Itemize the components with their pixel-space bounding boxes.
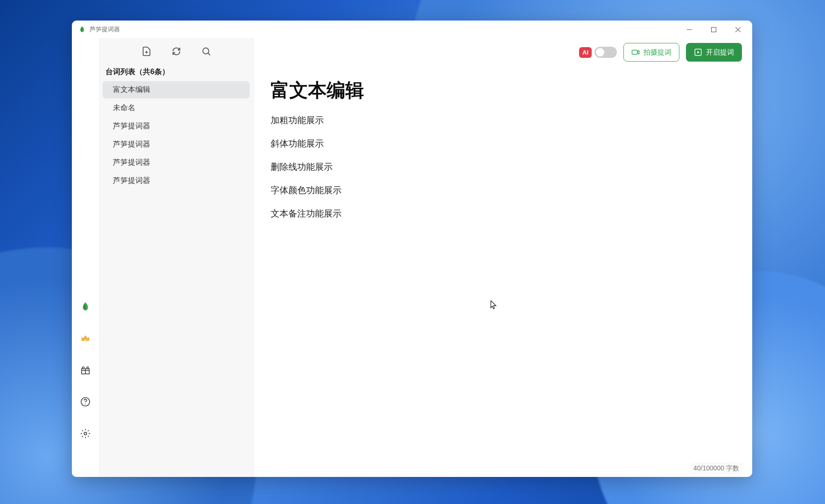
- nav-premium[interactable]: [78, 331, 92, 345]
- ai-badge: AI: [579, 47, 592, 58]
- svg-rect-1: [711, 27, 716, 32]
- editor-content[interactable]: 富文本编辑 加粗功能展示斜体功能展示删除线功能展示字体颜色功能展示文本备注功能展…: [254, 66, 752, 477]
- nav-iconbar: [72, 38, 99, 477]
- record-button-label: 拍摄提词: [643, 48, 671, 57]
- maximize-button[interactable]: [702, 21, 725, 38]
- svg-rect-14: [632, 50, 637, 55]
- nav-settings[interactable]: [78, 427, 92, 441]
- titlebar: 芦笋提词器: [72, 21, 752, 38]
- topbar: AI 拍摄提词 开启提词: [254, 38, 752, 66]
- window-title: 芦笋提词器: [90, 25, 120, 34]
- nav-home[interactable]: [78, 300, 92, 314]
- list-item[interactable]: 富文本编辑: [103, 81, 250, 98]
- svg-point-12: [203, 48, 209, 54]
- svg-line-13: [208, 53, 210, 56]
- document-title: 富文本编辑: [271, 77, 735, 103]
- svg-marker-16: [698, 51, 700, 54]
- refresh-icon: [171, 46, 182, 56]
- script-list: 富文本编辑未命名芦笋提词器芦笋提词器芦笋提词器芦笋提词器: [99, 81, 253, 190]
- new-doc-button[interactable]: [140, 45, 153, 57]
- new-file-icon: [141, 46, 152, 56]
- sidebar: 台词列表（共6条） 富文本编辑未命名芦笋提词器芦笋提词器芦笋提词器芦笋提词器: [99, 38, 254, 477]
- svg-point-9: [84, 432, 87, 435]
- ai-toggle[interactable]: AI: [579, 47, 617, 58]
- search-button[interactable]: [200, 45, 212, 57]
- ai-switch[interactable]: [594, 47, 617, 58]
- list-item[interactable]: 未命名: [103, 99, 250, 117]
- status-bar: 40/100000 字数: [690, 463, 743, 474]
- document-line: 加粗功能展示: [271, 114, 735, 126]
- list-item[interactable]: 芦笋提词器: [103, 136, 250, 153]
- start-button-label: 开启提词: [706, 48, 734, 57]
- leaf-icon: [80, 301, 91, 312]
- list-header: 台词列表（共6条）: [99, 64, 253, 81]
- search-icon: [201, 46, 211, 56]
- close-button[interactable]: [726, 21, 749, 38]
- main-area: AI 拍摄提词 开启提词 富文本编辑 加粗功能展示斜体功能展示删除线功能展示字体…: [254, 38, 752, 477]
- minimize-button[interactable]: [678, 21, 701, 38]
- nav-gift[interactable]: [78, 363, 92, 377]
- gift-icon: [80, 365, 91, 375]
- list-item[interactable]: 芦笋提词器: [103, 118, 250, 135]
- app-window: 芦笋提词器: [72, 21, 752, 477]
- gear-icon: [80, 428, 91, 439]
- document-line: 删除线功能展示: [271, 161, 735, 173]
- list-item[interactable]: 芦笋提词器: [103, 154, 250, 171]
- play-icon: [694, 48, 702, 56]
- document-line: 斜体功能展示: [271, 138, 735, 150]
- document-line: 文本备注功能展示: [271, 208, 735, 220]
- list-item[interactable]: 芦笋提词器: [103, 172, 250, 189]
- camera-icon: [631, 48, 640, 56]
- svg-point-8: [85, 404, 86, 405]
- crown-icon: [80, 333, 91, 343]
- refresh-button[interactable]: [170, 45, 182, 57]
- app-logo-icon: [78, 26, 86, 33]
- help-icon: [80, 397, 91, 407]
- record-button[interactable]: 拍摄提词: [623, 43, 679, 62]
- document-line: 字体颜色功能展示: [271, 184, 735, 196]
- nav-help[interactable]: [78, 395, 92, 409]
- start-button[interactable]: 开启提词: [686, 43, 742, 62]
